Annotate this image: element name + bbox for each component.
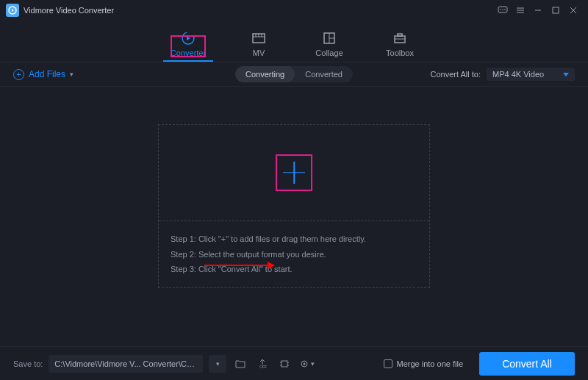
- tab-converter[interactable]: Converter: [166, 31, 210, 62]
- save-path-field[interactable]: C:\Vidmore\Vidmore V... Converter\Conver…: [49, 355, 203, 373]
- open-folder-button[interactable]: [232, 356, 248, 372]
- instructions: Step 1: Click "+" to add files or drag t…: [159, 221, 429, 288]
- svg-marker-1: [12, 9, 14, 12]
- svg-rect-24: [398, 34, 402, 36]
- selected-format: MP4 4K Video: [492, 70, 544, 79]
- merge-label: Merge into one file: [397, 359, 464, 368]
- svg-marker-14: [187, 36, 190, 40]
- collage-icon: [322, 31, 337, 46]
- save-path-value: C:\Vidmore\Vidmore V... Converter\Conver…: [54, 359, 197, 368]
- mv-icon: [251, 31, 266, 46]
- step2: Step 2: Select the output format you des…: [171, 247, 417, 262]
- toolbox-icon: [392, 31, 407, 46]
- add-file-big-button[interactable]: [276, 154, 312, 191]
- add-files-label: Add Files: [29, 69, 65, 79]
- close-button[interactable]: [564, 4, 582, 17]
- dropzone[interactable]: [159, 125, 429, 221]
- merge-checkbox[interactable]: Merge into one file: [384, 359, 464, 368]
- main-tabs: Converter MV Collage Toolbox: [0, 21, 588, 62]
- center-area: Step 1: Click "+" to add files or drag t…: [0, 87, 588, 326]
- toolbar-right: Convert All to: MP4 4K Video: [431, 68, 575, 81]
- segment-converted[interactable]: Converted: [295, 66, 353, 82]
- convert-all-button[interactable]: Convert All: [479, 352, 575, 376]
- chevron-down-icon: ▾: [216, 360, 220, 368]
- gpu-accel-button[interactable]: [276, 356, 293, 372]
- svg-text:OFF: OFF: [259, 365, 267, 369]
- tab-label: Collage: [315, 49, 343, 57]
- add-files-button[interactable]: + Add Files ▾: [13, 69, 74, 80]
- chevron-down-icon: ▾: [311, 360, 315, 368]
- tab-mv[interactable]: MV: [237, 31, 281, 62]
- maximize-button[interactable]: [547, 4, 564, 17]
- convert-all-label: Convert All: [502, 358, 552, 370]
- step1: Step 1: Click "+" to add files or drag t…: [171, 232, 417, 247]
- output-format-select[interactable]: MP4 4K Video: [487, 68, 575, 81]
- dropbox: Step 1: Click "+" to add files or drag t…: [158, 124, 430, 289]
- feedback-icon[interactable]: [494, 4, 512, 17]
- tab-label: MV: [253, 49, 265, 57]
- step3: Step 3: Click "Convert All" to start.: [171, 262, 417, 277]
- menu-icon[interactable]: [512, 4, 529, 17]
- bottombar: Save to: C:\Vidmore\Vidmore V... Convert…: [0, 346, 588, 380]
- plus-icon: [283, 162, 305, 184]
- app-logo-icon: [6, 4, 19, 17]
- segment-converting[interactable]: Converting: [235, 66, 295, 82]
- convert-all-to-label: Convert All to:: [431, 70, 481, 79]
- app-title: Vidmore Video Converter: [24, 6, 494, 15]
- plus-icon: +: [13, 69, 24, 80]
- status-segment: Converting Converted: [235, 66, 353, 82]
- converter-icon: [181, 31, 196, 46]
- svg-rect-10: [553, 7, 559, 13]
- tab-label: Toolbox: [386, 49, 414, 57]
- save-to-label: Save to:: [13, 359, 43, 368]
- tab-toolbox[interactable]: Toolbox: [378, 31, 422, 62]
- tab-label: Converter: [171, 49, 206, 57]
- svg-point-3: [500, 9, 501, 10]
- svg-point-4: [502, 9, 503, 10]
- chevron-down-icon: ▾: [70, 71, 74, 78]
- settings-button[interactable]: ▾: [298, 356, 315, 372]
- minimize-button[interactable]: [529, 4, 547, 17]
- tab-collage[interactable]: Collage: [307, 31, 351, 62]
- save-path-dropdown[interactable]: ▾: [209, 355, 226, 373]
- svg-rect-28: [282, 361, 287, 367]
- titlebar: Vidmore Video Converter: [0, 0, 588, 21]
- checkbox-icon: [384, 359, 392, 368]
- toolbar: + Add Files ▾ Converting Converted Conve…: [0, 62, 588, 87]
- power-off-button[interactable]: OFF: [254, 356, 270, 372]
- svg-point-5: [504, 9, 506, 10]
- dropdown-icon: [563, 73, 569, 76]
- svg-point-34: [303, 362, 305, 365]
